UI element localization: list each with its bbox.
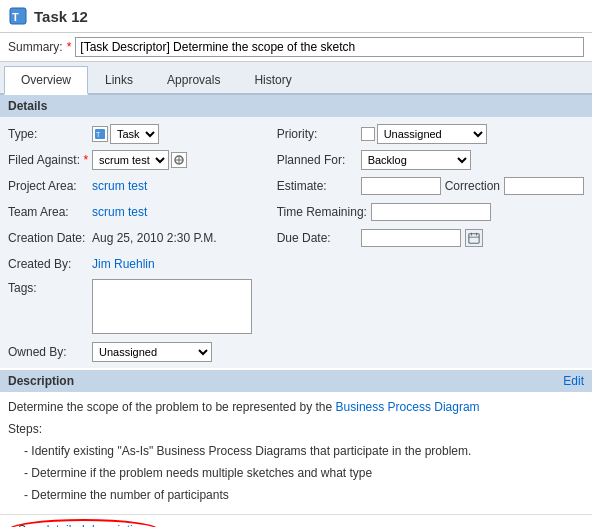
type-row: Type: T Task [8, 123, 277, 145]
tags-label: Tags: [8, 279, 88, 295]
tab-approvals[interactable]: Approvals [150, 66, 237, 93]
details-left-col: Type: T Task Filed Against: scrum test [8, 123, 277, 362]
details-right-col: Priority: Unassigned Planned For: Backlo… [277, 123, 584, 362]
details-label: Details [8, 99, 47, 113]
planned-for-select[interactable]: Backlog [361, 150, 471, 170]
filed-against-container: scrum test [92, 150, 187, 170]
project-area-label: Project Area: [8, 179, 88, 193]
filed-against-select[interactable]: scrum test [92, 150, 169, 170]
see-detailed-description-oval: See detailed description. [8, 519, 159, 527]
description-step-1: - Identify existing "As-Is" Business Pro… [24, 442, 584, 460]
type-label: Type: [8, 127, 88, 141]
priority-label: Priority: [277, 127, 357, 141]
team-area-row: Team Area: scrum test [8, 201, 277, 223]
owned-by-label: Owned By: [8, 345, 88, 359]
estimate-input[interactable] [361, 177, 441, 195]
tab-history[interactable]: History [237, 66, 308, 93]
svg-text:T: T [12, 11, 19, 23]
project-area-value: scrum test [92, 179, 147, 193]
type-select-container: T Task [92, 124, 159, 144]
detailed-description-link[interactable]: detailed description. [43, 523, 150, 527]
description-main-text: Determine the scope of the problem to be… [8, 398, 584, 416]
tab-links[interactable]: Links [88, 66, 150, 93]
tab-bar: Overview Links Approvals History [0, 62, 592, 95]
estimate-label: Estimate: [277, 179, 357, 193]
details-grid: Type: T Task Filed Against: scrum test [0, 117, 592, 368]
task-icon: T [8, 6, 28, 26]
creation-date-label: Creation Date: [8, 231, 88, 245]
estimate-row: Estimate: Correction [277, 175, 584, 197]
priority-container: Unassigned [361, 124, 487, 144]
filed-against-row: Filed Against: scrum test [8, 149, 277, 171]
see-text: See [18, 523, 39, 527]
description-step-2: - Determine if the problem needs multipl… [24, 464, 584, 482]
correction-label: Correction [445, 179, 500, 193]
description-step-3: - Determine the number of participants [24, 486, 584, 504]
team-area-label: Team Area: [8, 205, 88, 219]
team-area-value: scrum test [92, 205, 147, 219]
creation-date-row: Creation Date: Aug 25, 2010 2:30 P.M. [8, 227, 277, 249]
priority-icon [361, 127, 375, 141]
planned-for-label: Planned For: [277, 153, 357, 167]
due-date-row: Due Date: [277, 227, 584, 249]
correction-input[interactable] [504, 177, 584, 195]
owned-by-row: Owned By: Unassigned [8, 342, 277, 362]
project-area-row: Project Area: scrum test [8, 175, 277, 197]
description-label: Description [8, 374, 74, 388]
overview-panel: Details Type: T Task Filed Against: [0, 95, 592, 527]
description-section-header: Description Edit [0, 370, 592, 392]
planned-for-row: Planned For: Backlog [277, 149, 584, 171]
tags-row: Tags: [8, 279, 277, 334]
summary-input[interactable] [75, 37, 584, 57]
calendar-icon[interactable] [465, 229, 483, 247]
filed-against-label: Filed Against: [8, 153, 88, 167]
type-icon-box: T [92, 126, 108, 142]
summary-label: Summary: [8, 40, 63, 54]
due-date-input[interactable] [361, 229, 461, 247]
summary-required: * [67, 40, 72, 54]
time-remaining-row: Time Remaining: [277, 201, 584, 223]
filed-against-settings-icon[interactable] [171, 152, 187, 168]
created-by-label: Created By: [8, 257, 88, 271]
created-by-row: Created By: Jim Ruehlin [8, 253, 277, 275]
tags-textarea[interactable] [92, 279, 252, 334]
details-section-header: Details [0, 95, 592, 117]
page-header: T Task 12 Summary: * [0, 0, 592, 62]
page-title: Task 12 [34, 8, 88, 25]
svg-text:T: T [96, 131, 101, 138]
tab-overview[interactable]: Overview [4, 66, 88, 95]
priority-select[interactable]: Unassigned [377, 124, 487, 144]
owned-by-select[interactable]: Unassigned [92, 342, 212, 362]
svg-rect-7 [468, 234, 478, 243]
creation-date-value: Aug 25, 2010 2:30 P.M. [92, 231, 217, 245]
description-section: Description Edit Determine the scope of … [0, 370, 592, 527]
description-content: Determine the scope of the problem to be… [0, 392, 592, 515]
business-process-link[interactable]: Business Process Diagram [336, 400, 480, 414]
description-steps-label: Steps: [8, 420, 584, 438]
type-select[interactable]: Task [110, 124, 159, 144]
see-link-container: See detailed description. [0, 515, 592, 527]
priority-row: Priority: Unassigned [277, 123, 584, 145]
time-remaining-input[interactable] [371, 203, 491, 221]
due-date-label: Due Date: [277, 231, 357, 245]
created-by-value: Jim Ruehlin [92, 257, 155, 271]
description-edit-link[interactable]: Edit [563, 374, 584, 388]
time-remaining-label: Time Remaining: [277, 205, 367, 219]
